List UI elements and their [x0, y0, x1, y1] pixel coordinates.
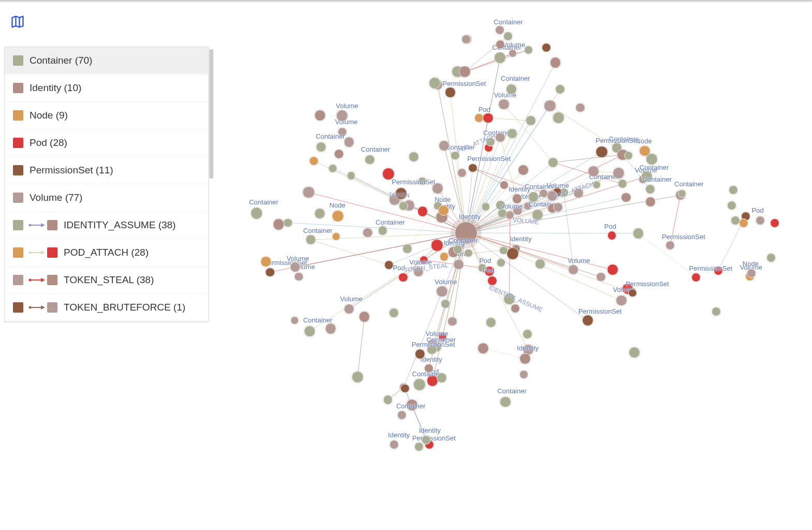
- graph-node[interactable]: [453, 245, 462, 254]
- graph-node[interactable]: [496, 40, 505, 49]
- graph-node[interactable]: [397, 410, 407, 420]
- graph-node[interactable]: [691, 273, 701, 282]
- graph-node[interactable]: [607, 231, 616, 240]
- graph-node[interactable]: [399, 201, 408, 211]
- graph-node[interactable]: [402, 244, 412, 254]
- graph-node[interactable]: [265, 268, 274, 277]
- graph-node[interactable]: [429, 77, 441, 89]
- graph-node[interactable]: [500, 396, 511, 408]
- graph-node[interactable]: [431, 239, 443, 252]
- graph-node[interactable]: [727, 201, 736, 210]
- graph-node[interactable]: [260, 256, 271, 267]
- graph-node[interactable]: [633, 228, 644, 239]
- graph-node[interactable]: [568, 264, 578, 274]
- graph-node[interactable]: [624, 151, 633, 160]
- graph-node[interactable]: [616, 295, 627, 306]
- graph-node[interactable]: [532, 209, 543, 220]
- graph-node[interactable]: [512, 194, 522, 203]
- graph-node[interactable]: [359, 311, 370, 322]
- graph-node[interactable]: [302, 186, 314, 198]
- graph-node[interactable]: [383, 395, 393, 404]
- graph-node[interactable]: [503, 32, 513, 41]
- graph-node[interactable]: [613, 167, 625, 179]
- graph-node[interactable]: [544, 100, 556, 112]
- graph-node[interactable]: [524, 46, 533, 54]
- graph-node[interactable]: [283, 218, 292, 227]
- graph-node[interactable]: [553, 112, 564, 124]
- graph-node[interactable]: [325, 323, 336, 334]
- graph-node[interactable]: [384, 260, 394, 270]
- legend-item-permissionset[interactable]: PermissionSet (11): [5, 157, 208, 184]
- graph-node[interactable]: [438, 205, 449, 216]
- graph-node[interactable]: [418, 177, 427, 186]
- graph-node[interactable]: [588, 166, 599, 177]
- graph-node[interactable]: [382, 168, 395, 180]
- graph-canvas[interactable]: IdentityVolumePermissionSetContainerPodP…: [218, 0, 812, 530]
- legend-scrollbar[interactable]: [209, 49, 213, 179]
- graph-node[interactable]: [455, 222, 477, 244]
- graph-node[interactable]: [365, 155, 375, 165]
- graph-node[interactable]: [334, 149, 344, 159]
- graph-node[interactable]: [344, 304, 354, 314]
- graph-node[interactable]: [535, 259, 545, 269]
- graph-node[interactable]: [582, 315, 593, 326]
- graph-node[interactable]: [714, 266, 723, 275]
- graph-node[interactable]: [389, 308, 399, 318]
- graph-node[interactable]: [294, 272, 303, 282]
- graph-node[interactable]: [519, 353, 531, 364]
- graph-node[interactable]: [607, 264, 618, 275]
- graph-node[interactable]: [457, 168, 467, 178]
- legend-item-identity[interactable]: Identity (10): [5, 75, 208, 102]
- graph-node[interactable]: [592, 181, 601, 189]
- map-icon[interactable]: [10, 14, 25, 31]
- graph-node[interactable]: [427, 344, 437, 355]
- graph-node[interactable]: [770, 218, 779, 228]
- graph-node[interactable]: [468, 164, 477, 172]
- graph-node[interactable]: [309, 156, 318, 166]
- graph-node[interactable]: [482, 202, 490, 211]
- graph-node[interactable]: [363, 228, 373, 238]
- legend-edge-identity_assume[interactable]: IDENTITY_ASSUME (38): [5, 212, 208, 239]
- graph-node[interactable]: [417, 206, 428, 217]
- graph-node[interactable]: [344, 137, 355, 148]
- graph-node[interactable]: [439, 140, 450, 151]
- legend-edge-token_steal[interactable]: TOKEN_STEAL (38): [5, 267, 208, 294]
- graph-node[interactable]: [413, 267, 424, 277]
- graph-node[interactable]: [553, 202, 563, 212]
- graph-node[interactable]: [464, 249, 472, 257]
- graph-node[interactable]: [409, 152, 419, 162]
- graph-node[interactable]: [483, 113, 493, 123]
- graph-node[interactable]: [314, 110, 326, 121]
- graph-node[interactable]: [406, 399, 418, 411]
- graph-node[interactable]: [432, 183, 443, 194]
- graph-node[interactable]: [498, 99, 509, 110]
- graph-node[interactable]: [400, 384, 410, 393]
- graph-node[interactable]: [290, 262, 300, 272]
- graph-node[interactable]: [629, 347, 640, 358]
- graph-node[interactable]: [413, 378, 426, 391]
- graph-node[interactable]: [440, 252, 448, 261]
- graph-node[interactable]: [729, 185, 738, 195]
- graph-node[interactable]: [518, 165, 529, 175]
- graph-node[interactable]: [422, 435, 431, 445]
- legend-edge-pod_attach[interactable]: POD_ATTACH (28): [5, 239, 208, 267]
- graph-node[interactable]: [528, 192, 539, 202]
- graph-node[interactable]: [486, 317, 496, 328]
- graph-node[interactable]: [641, 171, 652, 182]
- graph-node[interactable]: [487, 276, 497, 286]
- graph-node[interactable]: [328, 164, 337, 173]
- graph-node[interactable]: [523, 329, 532, 339]
- legend-item-container[interactable]: Container (70): [5, 47, 208, 75]
- graph-node[interactable]: [419, 256, 428, 264]
- graph-node[interactable]: [461, 35, 471, 44]
- graph-node[interactable]: [621, 193, 631, 202]
- graph-node[interactable]: [575, 103, 585, 112]
- graph-node[interactable]: [506, 84, 517, 95]
- graph-node[interactable]: [618, 179, 627, 188]
- graph-node[interactable]: [395, 187, 408, 200]
- legend-item-node[interactable]: Node (9): [5, 102, 208, 129]
- legend-item-pod[interactable]: Pod (28): [5, 129, 208, 157]
- graph-node[interactable]: [332, 210, 344, 222]
- graph-node[interactable]: [347, 171, 355, 180]
- graph-node[interactable]: [548, 157, 558, 168]
